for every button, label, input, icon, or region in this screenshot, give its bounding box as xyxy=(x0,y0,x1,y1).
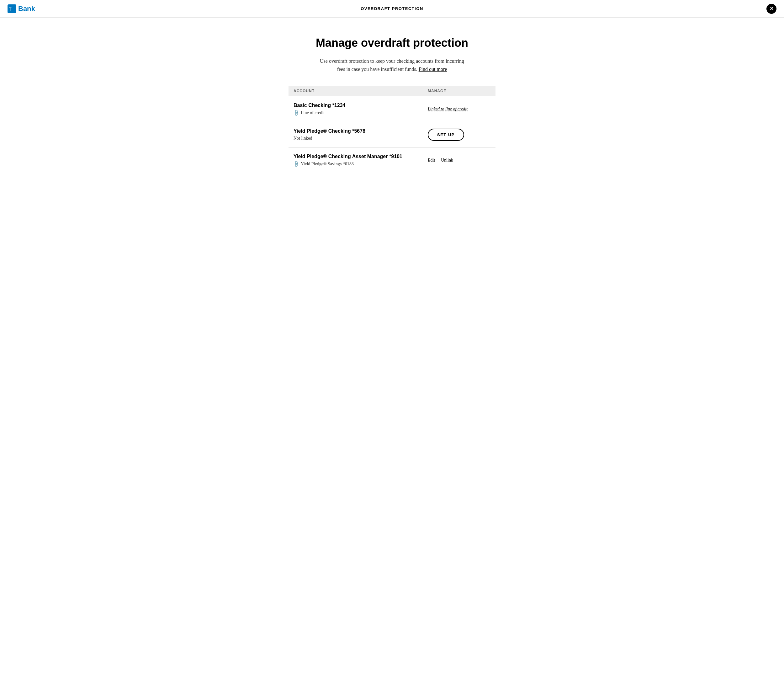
close-button[interactable]: ✕ xyxy=(766,4,776,14)
close-icon: ✕ xyxy=(770,6,774,11)
link-icon: 🔗 xyxy=(292,160,300,168)
manage-action-9101: Edit | Unlink xyxy=(428,158,490,163)
divider-pipe: | xyxy=(437,158,438,163)
column-manage-header: MANAGE xyxy=(428,89,490,93)
linked-to-line-of-credit-link[interactable]: Linked to line of credit xyxy=(428,107,467,112)
column-account-header: ACCOUNT xyxy=(294,89,428,93)
page-title: Manage overdraft protection xyxy=(288,36,496,50)
edit-unlink-actions: Edit | Unlink xyxy=(428,158,453,163)
accounts-table: ACCOUNT MANAGE Basic Checking *1234 🔗 Li… xyxy=(288,86,496,173)
manage-action-1234: Linked to line of credit xyxy=(428,107,490,112)
find-out-more-link[interactable]: Find out more xyxy=(419,67,447,72)
account-name-1234: Basic Checking *1234 xyxy=(294,103,428,108)
account-name-9101: Yield Pledge® Checking Asset Manager *91… xyxy=(294,154,428,159)
unlink-link[interactable]: Unlink xyxy=(441,158,453,163)
account-info-1234: Basic Checking *1234 🔗 Line of credit xyxy=(294,103,428,115)
account-sub-1234: 🔗 Line of credit xyxy=(294,110,428,115)
setup-button[interactable]: SET UP xyxy=(428,128,464,141)
svg-text:T: T xyxy=(9,6,11,11)
edit-link[interactable]: Edit xyxy=(428,158,435,163)
header: T Bank OVERDRAFT PROTECTION ✕ xyxy=(0,0,784,18)
account-sub-9101: 🔗 Yield Pledge® Savings *0183 xyxy=(294,161,428,167)
account-info-9101: Yield Pledge® Checking Asset Manager *91… xyxy=(294,154,428,167)
table-row: Yield Pledge® Checking Asset Manager *91… xyxy=(288,148,496,173)
logo: T Bank xyxy=(8,5,35,13)
link-icon: 🔗 xyxy=(292,109,300,117)
page-description: Use overdraft protection to keep your ch… xyxy=(288,57,496,73)
manage-action-5678: SET UP xyxy=(428,128,490,141)
account-sub-5678: Not linked xyxy=(294,136,428,141)
table-row: Yield Pledge® Checking *5678 Not linked … xyxy=(288,122,496,148)
main-content: Manage overdraft protection Use overdraf… xyxy=(282,18,502,186)
table-header: ACCOUNT MANAGE xyxy=(288,86,496,96)
logo-text: Bank xyxy=(18,5,35,13)
account-name-5678: Yield Pledge® Checking *5678 xyxy=(294,128,428,134)
table-row: Basic Checking *1234 🔗 Line of credit Li… xyxy=(288,96,496,122)
tiaa-logo-icon: T xyxy=(8,5,16,13)
account-info-5678: Yield Pledge® Checking *5678 Not linked xyxy=(294,128,428,141)
header-title: OVERDRAFT PROTECTION xyxy=(361,6,423,11)
